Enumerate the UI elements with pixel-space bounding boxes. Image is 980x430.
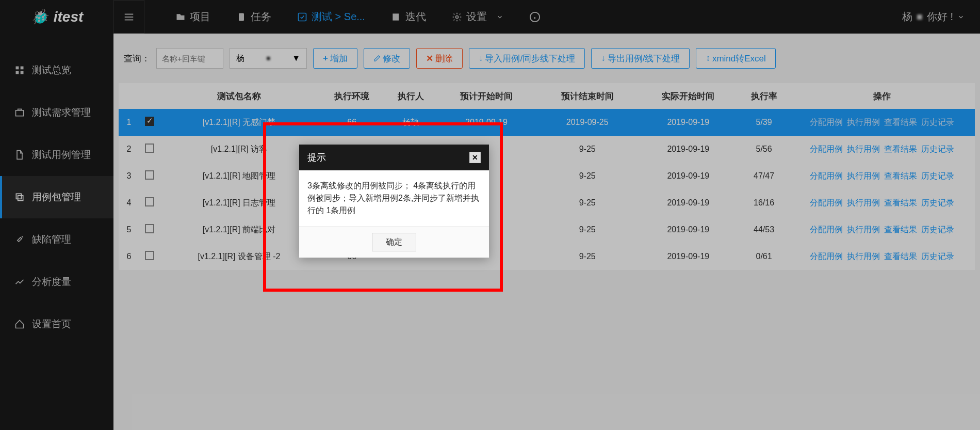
- modal-ok-button[interactable]: 确定: [372, 233, 416, 251]
- modal-close-button[interactable]: ✕: [469, 152, 481, 163]
- modal: 提示 ✕ 3条离线修改的用例被同步； 4条离线执行的用例被同步；导入新增用例2条…: [299, 145, 489, 258]
- modal-body: 3条离线修改的用例被同步； 4条离线执行的用例被同步；导入新增用例2条,并同步了…: [299, 170, 489, 226]
- modal-title: 提示: [307, 151, 326, 164]
- modal-header: 提示 ✕: [299, 145, 489, 170]
- modal-mask: [0, 0, 980, 430]
- modal-footer: 确定: [299, 226, 489, 258]
